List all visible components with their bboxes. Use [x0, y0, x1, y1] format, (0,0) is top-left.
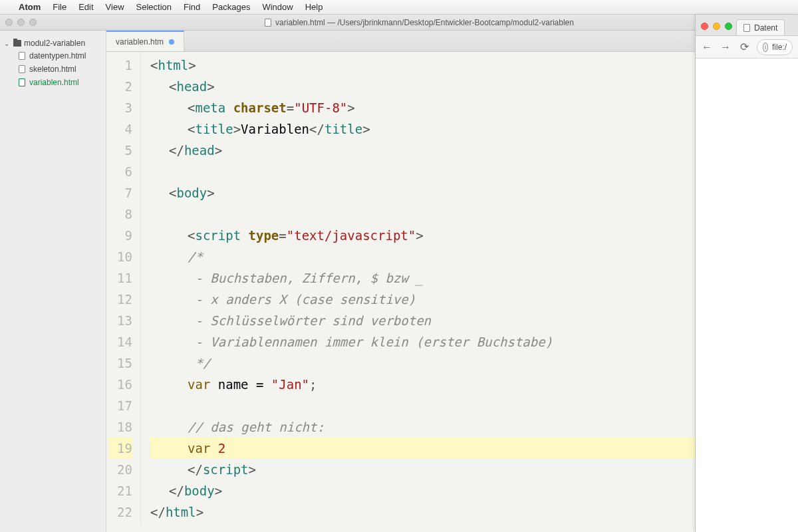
browser-tabstrip: Datent — [696, 15, 798, 36]
tree-file-label: variablen.html — [29, 78, 79, 87]
chevron-down-icon[interactable]: ⌄ — [4, 40, 11, 47]
line-number: 17 — [109, 395, 132, 416]
tree-file-label: datentypen.html — [29, 51, 86, 61]
address-bar[interactable]: i file:/ — [757, 39, 793, 55]
address-text: file:/ — [772, 43, 787, 52]
menu-file[interactable]: File — [53, 2, 66, 12]
tree-file-datentypen[interactable]: datentypen.html — [0, 49, 106, 63]
line-number-gutter: 12345678910111213141516171819202122 — [106, 52, 141, 525]
window-titlebar: variablen.html — /Users/jbrinkmann/Deskt… — [0, 15, 798, 31]
line-number: 2 — [109, 76, 132, 97]
folder-icon — [13, 40, 21, 47]
line-number: 8 — [109, 203, 132, 225]
app-name[interactable]: Atom — [19, 2, 41, 12]
modified-indicator-icon — [169, 39, 174, 45]
site-info-icon[interactable]: i — [763, 43, 768, 52]
line-number: 19 — [109, 438, 132, 459]
browser-tab-label: Datent — [754, 23, 777, 33]
menu-view[interactable]: View — [106, 2, 124, 12]
window-zoom-icon[interactable] — [29, 19, 37, 26]
traffic-lights — [5, 19, 37, 26]
tree-root-folder[interactable]: ⌄ modul2-variablen — [0, 37, 106, 49]
menu-packages[interactable]: Packages — [212, 2, 250, 12]
line-number: 16 — [109, 374, 132, 395]
editor-tab-variablen[interactable]: variablen.htm — [106, 31, 184, 51]
line-number: 9 — [109, 225, 132, 246]
file-icon — [19, 65, 25, 73]
reload-button[interactable]: ⟳ — [738, 41, 750, 53]
forward-button[interactable]: → — [720, 41, 732, 53]
menu-help[interactable]: Help — [305, 2, 323, 12]
menu-selection[interactable]: Selection — [136, 2, 172, 12]
menu-edit[interactable]: Edit — [78, 2, 93, 12]
line-number: 3 — [109, 97, 132, 118]
line-number: 10 — [109, 246, 132, 267]
line-number: 7 — [109, 182, 132, 203]
line-number: 4 — [109, 118, 132, 140]
tree-root-label: modul2-variablen — [24, 39, 85, 48]
line-number: 6 — [109, 161, 132, 182]
tree-file-label: skeleton.html — [29, 65, 76, 74]
menu-find[interactable]: Find — [184, 2, 200, 12]
browser-close-icon[interactable] — [701, 23, 708, 30]
macos-menubar: Atom File Edit View Selection Find Packa… — [0, 0, 798, 15]
line-number: 13 — [109, 310, 132, 331]
editor-pane: variablen.htm 12345678910111213141516171… — [106, 31, 798, 532]
line-number: 12 — [109, 289, 132, 310]
code-editor[interactable]: 12345678910111213141516171819202122 <htm… — [106, 52, 798, 532]
file-tree-sidebar[interactable]: ⌄ modul2-variablen datentypen.html skele… — [0, 31, 106, 532]
editor-tabbar: variablen.htm — [106, 31, 798, 52]
window-close-icon[interactable] — [5, 19, 13, 26]
line-number: 5 — [109, 140, 132, 161]
tree-file-skeleton[interactable]: skeleton.html — [0, 63, 106, 76]
line-number: 20 — [109, 459, 132, 480]
menu-window[interactable]: Window — [262, 2, 293, 12]
browser-minimize-icon[interactable] — [713, 23, 720, 30]
tree-file-variablen[interactable]: variablen.html — [0, 76, 106, 89]
line-number: 11 — [109, 267, 132, 289]
browser-zoom-icon[interactable] — [725, 23, 732, 30]
line-number: 15 — [109, 352, 132, 374]
line-number: 14 — [109, 331, 132, 352]
back-button[interactable]: ← — [701, 41, 713, 53]
file-icon — [19, 78, 25, 86]
page-icon — [743, 24, 750, 32]
browser-window: Datent ← → ⟳ i file:/ — [695, 15, 798, 532]
file-icon — [19, 52, 25, 60]
browser-tab[interactable]: Datent — [736, 19, 785, 35]
tab-label: variablen.htm — [116, 37, 164, 47]
line-number: 1 — [109, 55, 132, 76]
browser-toolbar: ← → ⟳ i file:/ — [696, 36, 798, 59]
line-number: 18 — [109, 416, 132, 438]
window-minimize-icon[interactable] — [17, 19, 25, 26]
line-number: 22 — [109, 501, 132, 523]
document-icon — [265, 19, 271, 27]
window-title: variablen.html — /Users/jbrinkmann/Deskt… — [275, 18, 574, 27]
line-number: 21 — [109, 480, 132, 501]
